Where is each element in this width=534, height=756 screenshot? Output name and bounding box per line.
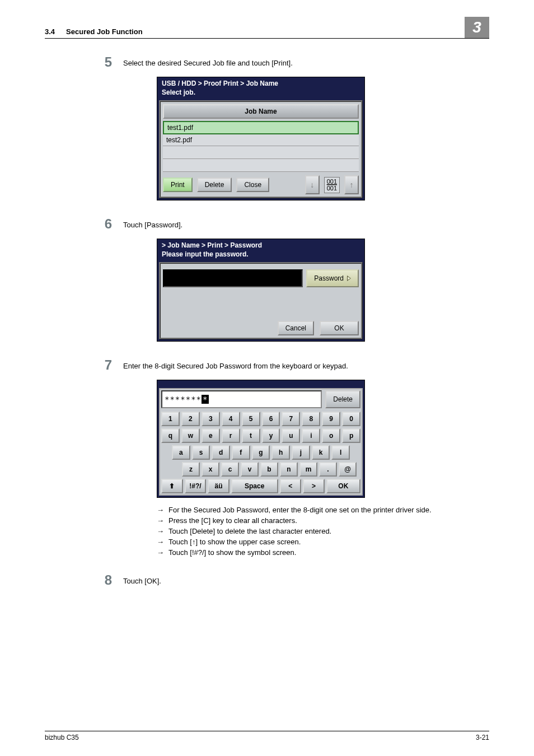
kbd-asdf-row: a s d f g h j k l <box>161 445 360 460</box>
key-space[interactable]: Space <box>231 479 278 493</box>
arrow-right-icon: → <box>157 516 164 525</box>
key-symbols[interactable]: !#?/ <box>185 479 207 493</box>
key-v[interactable]: v <box>241 462 259 477</box>
arrow-right-icon: → <box>157 527 164 535</box>
key-g[interactable]: g <box>252 445 270 460</box>
page-down-button[interactable]: ↓ <box>305 175 320 194</box>
key-h[interactable]: h <box>271 445 290 460</box>
kbd-zxcv-row: z x c v b n m . @ <box>161 462 360 477</box>
password-display <box>163 269 303 287</box>
key-u[interactable]: u <box>282 428 300 443</box>
job-row[interactable]: test1.pdf <box>163 121 359 134</box>
bullet-item: →Touch [↑] to show the upper case screen… <box>157 538 489 546</box>
key-b[interactable]: b <box>260 462 278 477</box>
key-f[interactable]: f <box>232 445 250 460</box>
bullet-item: →Touch [Delete] to delete the last chara… <box>157 527 489 535</box>
close-button[interactable]: Close <box>236 178 269 192</box>
key-o[interactable]: o <box>322 428 340 443</box>
key-at[interactable]: @ <box>339 462 357 477</box>
footer-right: 3-21 <box>476 734 489 741</box>
step-number: 8 <box>45 573 123 587</box>
key-w[interactable]: w <box>181 428 200 443</box>
keyboard-panel: ******** Delete 1 2 3 4 5 6 7 8 9 0 <box>157 380 365 498</box>
key-left[interactable]: < <box>280 479 302 493</box>
key-8[interactable]: 8 <box>302 412 320 426</box>
kbd-qwerty-row: q w e r t y u i o p <box>161 428 360 443</box>
key-ok[interactable]: OK <box>326 479 360 493</box>
password-prompt-panel: > Job Name > Print > Password Please inp… <box>157 239 365 342</box>
chapter-badge: 3 <box>465 17 489 38</box>
key-6[interactable]: 6 <box>262 412 280 426</box>
key-k[interactable]: k <box>312 445 330 460</box>
password-button[interactable]: Password <box>306 269 359 287</box>
step-text: Enter the 8-digit Secured Job Password f… <box>123 362 489 370</box>
step-text: Touch [OK]. <box>123 577 489 585</box>
key-d[interactable]: d <box>212 445 230 460</box>
panel-title-text: Please input the password. <box>162 250 360 259</box>
arrow-right-icon: → <box>157 548 164 557</box>
panel-title-text: Select job. <box>162 88 360 97</box>
job-row-empty <box>163 159 359 172</box>
key-2[interactable]: 2 <box>181 412 200 426</box>
page-footer: bizhub C35 3-21 <box>45 731 489 741</box>
arrow-right-icon: → <box>157 538 164 546</box>
key-a[interactable]: a <box>172 445 190 460</box>
kbd-bottom-row: ⬆ !#?/ äü Space < > OK <box>161 479 360 493</box>
breadcrumb: > Job Name > Print > Password <box>162 241 360 250</box>
key-7[interactable]: 7 <box>282 412 300 426</box>
key-e[interactable]: e <box>202 428 220 443</box>
key-x[interactable]: x <box>202 462 219 477</box>
key-3[interactable]: 3 <box>202 412 220 426</box>
key-r[interactable]: r <box>222 428 240 443</box>
page-header: 3.4 Secured Job Function 3 <box>45 17 489 39</box>
print-button[interactable]: Print <box>163 178 193 192</box>
key-shift[interactable]: ⬆ <box>161 479 183 493</box>
step-number: 7 <box>45 358 123 372</box>
section-title: Secured Job Function <box>66 27 465 36</box>
key-right[interactable]: > <box>303 479 325 493</box>
chevron-right-icon <box>347 276 351 281</box>
ok-button[interactable]: OK <box>320 321 359 335</box>
key-5[interactable]: 5 <box>242 412 260 426</box>
key-m[interactable]: m <box>299 462 317 477</box>
key-n[interactable]: n <box>280 462 298 477</box>
kbd-delete-button[interactable]: Delete <box>325 390 360 408</box>
bullet-item: →Touch [!#?/] to show the symbol screen. <box>157 548 489 557</box>
delete-button[interactable]: Delete <box>197 178 232 192</box>
select-job-panel: USB / HDD > Proof Print > Job Name Selec… <box>157 77 365 200</box>
password-input[interactable]: ******** <box>161 390 322 408</box>
key-i[interactable]: i <box>302 428 320 443</box>
job-row-empty <box>163 146 359 159</box>
step-number: 6 <box>45 217 123 231</box>
key-z[interactable]: z <box>182 462 200 477</box>
key-9[interactable]: 9 <box>322 412 340 426</box>
key-q[interactable]: q <box>161 428 180 443</box>
key-0[interactable]: 0 <box>342 412 360 426</box>
key-p[interactable]: p <box>342 428 360 443</box>
bullet-item: →For the Secured Job Password, enter the… <box>157 506 489 514</box>
bullet-item: →Press the [C] key to clear all characte… <box>157 516 489 525</box>
key-t[interactable]: t <box>242 428 260 443</box>
breadcrumb: USB / HDD > Proof Print > Job Name <box>162 80 360 88</box>
key-period[interactable]: . <box>319 462 337 477</box>
kbd-number-row: 1 2 3 4 5 6 7 8 9 0 <box>161 412 360 426</box>
section-number: 3.4 <box>45 27 55 36</box>
key-c[interactable]: c <box>221 462 239 477</box>
footer-left: bizhub C35 <box>45 734 79 741</box>
key-j[interactable]: j <box>292 445 310 460</box>
key-1[interactable]: 1 <box>161 412 180 426</box>
column-header-job-name: Job Name <box>163 104 359 119</box>
key-s[interactable]: s <box>192 445 210 460</box>
key-accent[interactable]: äü <box>208 479 229 493</box>
page-up-button[interactable]: ↑ <box>344 175 359 194</box>
page-indicator: 001 001 <box>324 177 340 193</box>
arrow-up-icon: ⬆ <box>169 482 175 490</box>
key-4[interactable]: 4 <box>222 412 240 426</box>
key-l[interactable]: l <box>331 445 350 460</box>
job-row[interactable]: test2.pdf <box>163 134 359 146</box>
cancel-button[interactable]: Cancel <box>278 321 314 335</box>
key-y[interactable]: y <box>262 428 280 443</box>
step-text: Touch [Password]. <box>123 221 489 229</box>
step-text: Select the desired Secured Job file and … <box>123 59 489 67</box>
arrow-right-icon: → <box>157 506 164 514</box>
